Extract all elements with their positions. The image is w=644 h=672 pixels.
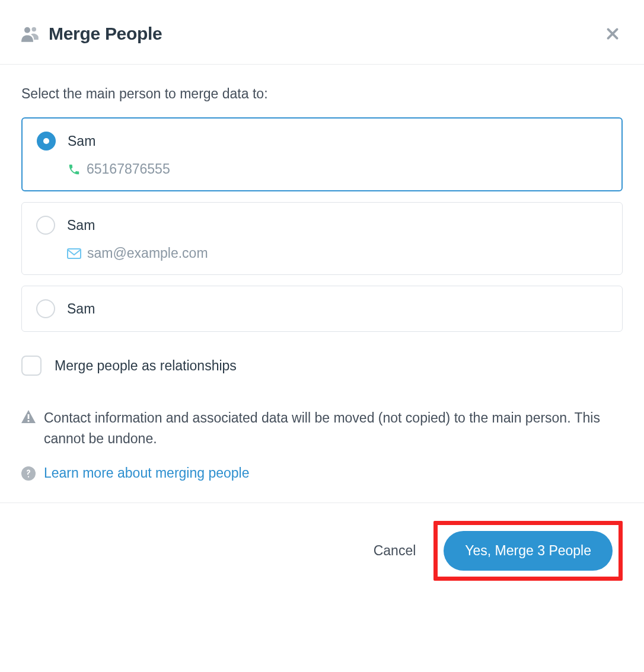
svg-rect-6	[28, 420, 30, 422]
radio-button[interactable]	[36, 216, 55, 235]
warning-text: Contact information and associated data …	[44, 408, 623, 449]
modal-header: Merge People	[0, 0, 644, 65]
radio-button[interactable]	[37, 132, 56, 151]
email-value: sam@example.com	[87, 245, 208, 261]
option-detail: sam@example.com	[67, 245, 608, 261]
modal-body: Select the main person to merge data to:…	[0, 65, 644, 503]
person-option-2[interactable]: Sam	[21, 286, 623, 332]
person-name: Sam	[68, 133, 95, 149]
person-name: Sam	[67, 301, 95, 317]
svg-point-1	[32, 27, 37, 32]
confirm-merge-button[interactable]: Yes, Merge 3 People	[444, 531, 613, 571]
svg-point-0	[24, 27, 30, 33]
svg-rect-5	[28, 414, 30, 419]
highlight-annotation: Yes, Merge 3 People	[433, 521, 623, 581]
close-icon[interactable]	[602, 24, 623, 44]
svg-rect-4	[68, 249, 81, 258]
cancel-button[interactable]: Cancel	[368, 536, 422, 566]
people-icon	[21, 25, 39, 42]
merge-relationships-row: Merge people as relationships	[21, 356, 623, 376]
option-detail: 65167876555	[68, 161, 607, 177]
modal-title: Merge People	[49, 24, 162, 44]
instruction-text: Select the main person to merge data to:	[21, 86, 623, 102]
modal-footer: Cancel Yes, Merge 3 People	[0, 503, 644, 599]
person-option-1[interactable]: Sam sam@example.com	[21, 202, 623, 275]
phone-value: 65167876555	[87, 161, 170, 177]
phone-icon	[68, 163, 81, 176]
person-name: Sam	[67, 217, 95, 233]
option-row: Sam	[36, 216, 608, 235]
warning-row: Contact information and associated data …	[21, 408, 623, 449]
option-row: Sam	[36, 299, 608, 318]
help-icon	[21, 466, 36, 481]
learn-more-link[interactable]: Learn more about merging people	[44, 465, 250, 481]
warning-icon	[21, 410, 36, 423]
merge-relationships-checkbox[interactable]	[21, 356, 42, 376]
radio-button[interactable]	[36, 299, 55, 318]
header-left: Merge People	[21, 24, 162, 44]
help-row: Learn more about merging people	[21, 465, 623, 481]
merge-people-modal: Merge People Select the main person to m…	[0, 0, 644, 599]
person-option-0[interactable]: Sam 65167876555	[21, 117, 623, 191]
checkbox-label: Merge people as relationships	[55, 358, 237, 374]
option-row: Sam	[37, 132, 607, 151]
email-icon	[67, 248, 81, 260]
